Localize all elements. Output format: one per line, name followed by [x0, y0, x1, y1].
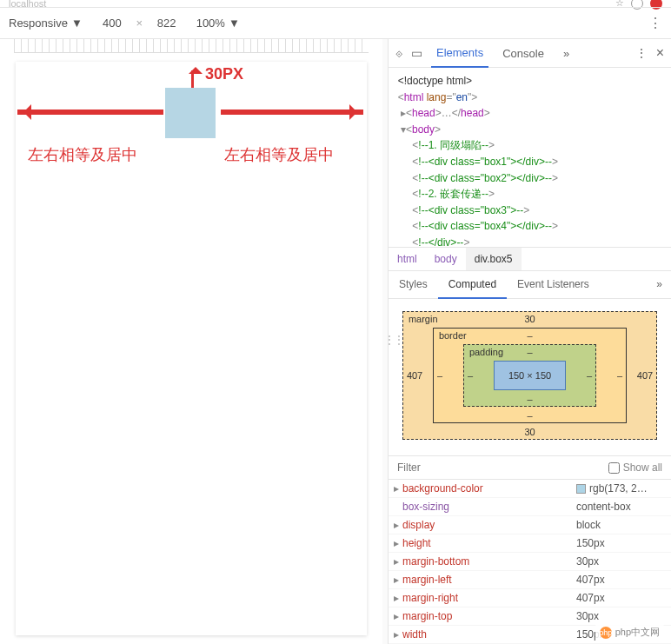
annotation-top: 30PX	[205, 65, 243, 83]
watermark-icon: php	[600, 627, 612, 639]
annotation-right: 左右相等及居中	[224, 144, 334, 165]
disclosure-icon[interactable]: ▸	[394, 555, 402, 568]
prop-name: height	[402, 537, 576, 549]
more-menu-icon[interactable]: ⋮	[648, 15, 662, 31]
disclosure-icon[interactable]: ▸	[394, 519, 402, 531]
prop-name: margin-bottom	[402, 555, 576, 568]
show-all-label: Show all	[623, 461, 662, 474]
disclosure-icon[interactable]	[394, 501, 402, 513]
bm-border-right: –	[617, 370, 622, 381]
box-model-diagram: margin 30 30 407 407 border – – – – pa	[389, 299, 671, 455]
dimension-x: ×	[136, 17, 143, 30]
filter-input[interactable]	[397, 461, 608, 474]
bm-content[interactable]: 150 × 150	[494, 361, 566, 390]
disclosure-icon[interactable]: ▸	[394, 482, 402, 495]
prop-name: margin-top	[402, 610, 576, 622]
subtab-computed[interactable]: Computed	[438, 271, 507, 299]
tab-elements[interactable]: Elements	[431, 39, 488, 68]
bm-padding-top: –	[527, 347, 532, 357]
prop-name: width	[402, 628, 576, 641]
prop-value: block	[576, 519, 601, 531]
prop-name: margin-left	[402, 574, 576, 586]
zoom-label: 100%	[196, 17, 225, 30]
bm-padding-bottom: –	[527, 394, 532, 404]
disclosure-icon[interactable]: ▸	[394, 610, 402, 622]
app-root: localhost ☆ Responsive ▼ × 100% ▼ ⋮	[0, 0, 671, 644]
show-all-toggle[interactable]: Show all	[608, 461, 662, 474]
dom-doctype: <!doctype html>	[398, 75, 472, 87]
watermark: php php中文网	[595, 624, 664, 641]
bm-margin-bottom: 30	[524, 427, 535, 437]
prop-name: box-sizing	[402, 501, 576, 513]
disclosure-icon[interactable]: ▸	[394, 574, 402, 586]
bm-margin-top: 30	[524, 314, 535, 324]
breadcrumb: html body div.box5	[389, 247, 671, 271]
bm-margin-right: 407	[637, 370, 653, 381]
url-bar: localhost ☆	[0, 0, 671, 7]
grip-icon: ⋮⋮	[383, 333, 387, 350]
bm-margin[interactable]: margin 30 30 407 407 border – – – – pa	[402, 311, 657, 440]
prop-row[interactable]: box-sizingcontent-box	[389, 498, 671, 516]
prop-name: background-color	[402, 482, 576, 495]
watermark-text: php中文网	[615, 626, 660, 639]
devtools-tabbar: ⟐ ▭ Elements Console » ⋮ ×	[389, 39, 671, 68]
styles-subtabs: Styles Computed Event Listeners »	[389, 271, 671, 299]
subtab-more-icon[interactable]: »	[648, 271, 671, 298]
filter-row: Show all	[389, 455, 671, 480]
tab-console[interactable]: Console	[497, 40, 549, 67]
chevron-down-icon: ▼	[229, 17, 240, 30]
bm-padding-right: –	[587, 370, 592, 381]
prop-row[interactable]: ▸background-colorrgb(173, 2…	[389, 480, 671, 498]
bm-border[interactable]: border – – – – padding – – – –	[433, 328, 627, 423]
device-toggle-icon[interactable]: ▭	[411, 46, 422, 60]
subtab-listeners[interactable]: Event Listeners	[507, 271, 600, 298]
prop-row[interactable]: ▸height150px	[389, 534, 671, 553]
main-split: 30PX 左右相等及居中 左右相等及居中 ⋮⋮ ⟐ ▭ Elements Con…	[0, 39, 671, 644]
prop-value: content-box	[576, 501, 631, 513]
bm-padding-left: –	[468, 370, 473, 381]
prop-row[interactable]: ▸margin-right407px	[389, 589, 671, 607]
prop-row[interactable]: ▸displayblock	[389, 516, 671, 534]
prop-value: 407px	[576, 574, 605, 586]
zoom-dropdown[interactable]: 100% ▼	[196, 17, 240, 30]
bm-border-bottom: –	[527, 410, 532, 421]
inspect-icon[interactable]: ⟐	[395, 46, 402, 60]
prop-value: 150px	[576, 537, 605, 549]
bm-border-top: –	[527, 330, 532, 341]
close-devtools-icon[interactable]: ×	[656, 45, 664, 61]
prop-row[interactable]: ▸margin-top30px	[389, 607, 671, 626]
device-toolbar: Responsive ▼ × 100% ▼ ⋮	[0, 8, 671, 39]
bm-border-label: border	[439, 330, 467, 341]
prop-value: 407px	[576, 592, 605, 604]
disclosure-icon[interactable]: ▸	[394, 628, 402, 641]
chevron-down-icon: ▼	[71, 17, 83, 30]
demo-box5	[165, 88, 216, 138]
prop-value: rgb(173, 2…	[576, 482, 648, 495]
prop-row[interactable]: ▸margin-bottom30px	[389, 553, 671, 571]
ruler-horizontal	[14, 39, 369, 53]
prop-row[interactable]: ▸margin-left407px	[389, 571, 671, 589]
tab-more-icon[interactable]: »	[558, 40, 575, 67]
arrow-right-icon	[221, 110, 363, 115]
bm-margin-label: margin	[409, 314, 438, 324]
crumb-html[interactable]: html	[389, 248, 426, 270]
show-all-checkbox[interactable]	[608, 462, 620, 474]
prop-value: 30px	[576, 610, 599, 622]
dom-tree[interactable]: <!doctype html> <html lang="en"> ▸<head>…	[389, 68, 671, 247]
viewport-height-input[interactable]	[149, 17, 184, 30]
viewport-width-input[interactable]	[95, 17, 130, 30]
disclosure-icon[interactable]: ▸	[394, 537, 402, 549]
more-menu-icon[interactable]: ⋮	[635, 46, 648, 60]
subtab-styles[interactable]: Styles	[389, 271, 438, 298]
devtools-panel: ⟐ ▭ Elements Console » ⋮ × <!doctype htm…	[388, 39, 671, 644]
page-frame: 30PX 左右相等及居中 左右相等及居中	[16, 62, 367, 635]
annotation-left: 左右相等及居中	[28, 144, 137, 165]
device-mode-dropdown[interactable]: Responsive ▼	[9, 17, 83, 30]
computed-properties: ▸background-colorrgb(173, 2…box-sizingco…	[389, 480, 671, 644]
crumb-body[interactable]: body	[426, 248, 466, 270]
bm-padding[interactable]: padding – – – – 150 × 150	[463, 344, 596, 407]
color-swatch-icon[interactable]	[576, 484, 586, 494]
disclosure-icon[interactable]: ▸	[394, 592, 402, 604]
bm-margin-left: 407	[407, 370, 422, 381]
crumb-selected[interactable]: div.box5	[466, 248, 522, 270]
